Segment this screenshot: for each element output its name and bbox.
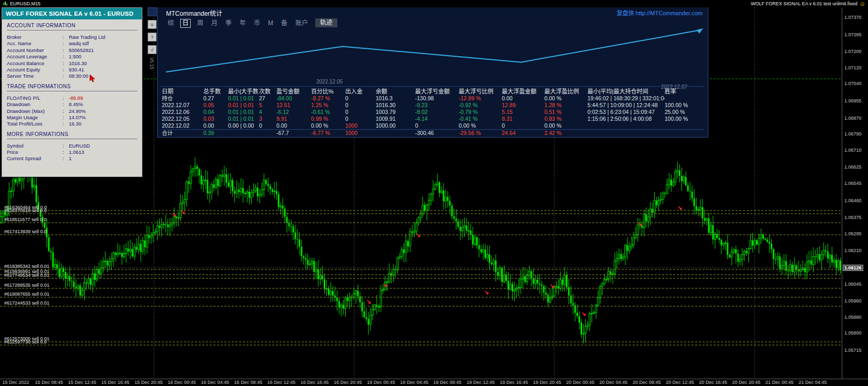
table-cell: 19:46:02 | 168:30:29 | 332:01:04 <box>587 95 665 102</box>
chart-tab[interactable]: EURUSD,M15 <box>3 1 40 6</box>
side-toolbar-button-2[interactable]: ? <box>148 33 157 41</box>
table-cell: 2022.12.05 <box>162 116 203 122</box>
price-axis-label: 1.07200 <box>844 49 862 54</box>
ea-info-label: Account Balance <box>7 60 63 67</box>
ea-info-value: 1 <box>69 155 71 162</box>
ea-info-label: Symbol <box>7 143 63 149</box>
table-header-cell: 次数 <box>259 88 276 95</box>
time-axis-label: 19 Dec 04:45 <box>400 380 429 385</box>
table-cell <box>665 130 708 137</box>
table-cell: -6.77 % <box>311 130 345 137</box>
side-toolbar-button-0[interactable] <box>148 7 157 16</box>
ea-info-label: Account Leverage <box>7 54 63 60</box>
ea-info-row: Account Balance:1016.30 <box>7 60 137 67</box>
candlestick-chart-icon <box>3 1 8 6</box>
table-cell: 25.00 % <box>665 109 708 116</box>
time-axis-label: 19 Dec 08:45 <box>433 380 462 385</box>
table-cell: 0.01 | 0.01 <box>228 116 259 122</box>
table-cell: 0.00 <box>276 122 311 129</box>
statistics-table: 日期总手数最小|大手数次数盈亏金额百分比%出入金余额最大浮亏金额最大浮亏比例最大… <box>162 88 704 137</box>
table-cell: -300.46 <box>415 130 459 137</box>
table-cell: -6.12 <box>276 109 311 116</box>
sell-arrow-icon: ↘ <box>581 310 586 317</box>
sell-arrow-icon: ↘ <box>550 283 554 289</box>
ea-info-value: 24.90% <box>69 108 86 114</box>
time-axis-label: 15 Dec 2022 <box>2 380 29 385</box>
table-cell: 100.00 % <box>665 102 708 109</box>
ea-info-colon: : <box>63 73 69 79</box>
sell-arrow-icon: ↘ <box>180 208 185 215</box>
table-cell: 0.05 <box>203 102 228 109</box>
ea-info-row: Margin Usage:14.07% <box>7 114 137 121</box>
time-axis-label: 21 Dec 00:45 <box>766 380 794 385</box>
candles[interactable] <box>0 158 841 343</box>
ea-section: ACCOUNT INFORMATIONBroker:Raw Trading Lt… <box>7 23 137 80</box>
ea-info-value: 500652921 <box>69 47 94 54</box>
table-cell: 1009.91 <box>376 116 415 122</box>
ea-info-value: 16.30 <box>69 121 81 127</box>
sell-arrow-icon: ↘ <box>637 221 642 227</box>
table-header-cell: 最大浮亏比例 <box>459 88 502 95</box>
balance-chart-date-left: 2022.12.05 <box>316 79 343 85</box>
table-cell: 0 <box>259 122 276 129</box>
price-axis-label: 1.07285 <box>844 32 862 37</box>
price-axis-label: 1.06045 <box>844 281 862 287</box>
mtcommander-link[interactable]: 复盘侠 http://MTCommander.com <box>617 8 702 17</box>
price-axis-label: 1.06625 <box>844 164 862 170</box>
table-cell: 0 <box>345 95 376 102</box>
table-cell: 0 <box>345 116 376 122</box>
price-axis-label: 1.06545 <box>844 181 862 186</box>
ea-info-value: Raw Trading Ltd <box>69 34 105 40</box>
time-axis-label: 16 Dec 08:45 <box>234 380 263 385</box>
ea-panel-title: WOLF FOREX SIGNAL EA v 6.01 - EURUSD <box>2 8 142 19</box>
table-cell: 0.00 <box>502 95 544 102</box>
divider <box>7 30 137 30</box>
table-cell: 8.31 <box>502 116 544 122</box>
table-cell: -8.27 % <box>311 95 345 102</box>
sell-arrow-icon: ↘ <box>677 204 682 211</box>
time-axis-label: 19 Dec 16:45 <box>500 380 528 385</box>
mouse-cursor <box>89 74 96 85</box>
sell-arrow-icon: ↘ <box>416 232 420 238</box>
table-cell: -9.23 <box>415 102 459 109</box>
balance-line <box>166 30 701 72</box>
ea-info-row: Total Profit/Loss:16.30 <box>7 121 137 127</box>
price-axis-label: 1.06375 <box>844 215 862 220</box>
ea-section-heading: ACCOUNT INFORMATION <box>7 23 137 28</box>
ea-info-row: Broker:Raw Trading Ltd <box>7 34 137 40</box>
table-cell <box>259 130 276 137</box>
time-axis-label: 16 Dec 16:45 <box>301 380 329 385</box>
table-header-cell: 盈亏金额 <box>276 88 311 95</box>
price-axis[interactable]: 1.073701.072851.072001.071201.070401.069… <box>842 7 868 379</box>
table-cell: 0 <box>415 122 459 129</box>
ea-status-text: WOLF FOREX SIGNAL EA v 6.01 test unlimit… <box>751 1 857 6</box>
ea-info-row: Account Number:500652921 <box>7 47 137 54</box>
table-cell: 0.04 <box>203 109 228 116</box>
ea-info-colon: : <box>63 54 69 60</box>
time-axis[interactable]: 15 Dec 202215 Dec 08:4515 Dec 12:4515 De… <box>0 379 868 386</box>
table-cell: -12.89 % <box>459 95 502 102</box>
table-cell <box>665 122 708 129</box>
ea-info-row: FLOATING P/L:-85.89 <box>7 95 137 101</box>
side-toolbar-button-3[interactable]: √ <box>148 45 157 54</box>
ea-info-label: Price <box>7 149 63 155</box>
time-axis-label: 19 Dec 12:45 <box>467 380 495 385</box>
sell-arrow-icon: ↘ <box>171 211 176 217</box>
table-cell: 1016.3 <box>376 95 415 102</box>
ea-info-value: 930.41 <box>69 67 84 73</box>
table-cell: 0.00 | 0.00 <box>228 122 259 129</box>
ea-info-row: Price:1.0613 <box>7 149 137 155</box>
table-cell: 持仓 <box>162 95 203 102</box>
table-cell: 0.00 % <box>311 122 345 129</box>
ea-info-row: Drawdown:8.45% <box>7 101 137 108</box>
ea-info-value: 08:30:00 <box>69 73 88 79</box>
ea-info-value: 1.0613 <box>69 149 84 155</box>
ea-info-colon: : <box>63 40 69 47</box>
table-cell: 5.15 <box>502 109 544 116</box>
table-cell: 0.00 % <box>459 122 502 129</box>
ea-info-value: EURUSD <box>69 143 90 149</box>
time-axis-label: 19 Dec 20:45 <box>533 380 561 385</box>
ea-info-label: Current Spread <box>7 155 63 162</box>
side-toolbar-button-1[interactable]: ≡ <box>148 20 157 29</box>
ea-info-label: Margin Usage <box>7 114 63 121</box>
